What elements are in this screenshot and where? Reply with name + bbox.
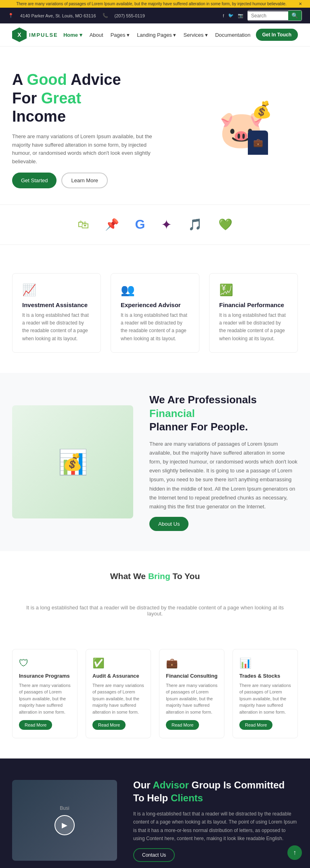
trades-title: Trades & Stocks [239,673,291,679]
insurance-read-more[interactable]: Read More [19,720,52,730]
facebook-icon[interactable]: f [223,13,224,18]
address-text: 4140 Parker Ave, St. Louis, MO 63116 [20,13,96,18]
brand-google: G [135,217,145,232]
audit-desc: There are many variations of passages of… [92,682,144,716]
hero-buttons: Get Started Learn More [12,173,165,188]
bring-card-insurance: 🛡 Insurance Programs There are many vari… [12,649,78,739]
twitter-icon[interactable]: 🐦 [228,13,234,18]
bring-card-audit: ✅ Audit & Assurance There are many varia… [86,649,151,739]
brand-pinterest: 📌 [105,218,119,231]
get-started-button[interactable]: Get Started [12,173,57,188]
advisor-desc: It is a long-established fact that a rea… [133,810,298,843]
nav-pages[interactable]: Pages ▾ [111,32,130,38]
trades-desc: There are many variations of passages of… [239,682,291,716]
nav-about[interactable]: About [90,32,103,38]
consulting-desc: There are many variations of passages of… [166,682,218,716]
bring-card-trades: 📊 Trades & Stocks There are many variati… [232,649,298,739]
service-card-performance: 💹 Financial Performance It is a long est… [209,273,298,353]
services-grid: 📈 Investment Assistance It is a long est… [12,273,298,353]
consulting-title: Financial Consulting [166,673,218,679]
audit-title: Audit & Assurance [92,673,144,679]
advisor-content: Our Advisor Group Is Committed To Help C… [133,779,298,862]
nav-landing-pages[interactable]: Landing Pages ▾ [137,32,176,38]
performance-title: Financial Performance [219,301,288,308]
advisor-title: Our Advisor Group Is Committed To Help C… [133,779,298,804]
brands-section: 🛍 📌 G ✦ 🎵 💚 [0,204,310,245]
location-icon: 📍 [8,13,14,18]
advisor-section: Busi ▶ Our Advisor Group Is Committed To… [0,758,310,868]
search-button[interactable]: 🔍 [288,11,302,21]
chart-illustration: 📊 💰 [12,405,133,518]
logo-text: IMPULSE [29,32,58,38]
trades-icon: 📊 [239,657,291,669]
play-button[interactable]: ▶ [54,815,75,835]
advisor-desc: It is a long established fact that a rea… [121,312,189,343]
notice-bar: There are many variations of passages of… [0,0,310,8]
nav-documentation[interactable]: Documentation [215,32,250,38]
advisor-image: Busi ▶ [12,780,117,861]
header-search[interactable]: 🔍 [247,10,302,21]
bring-card-consulting: 💼 Financial Consulting There are many va… [159,649,224,739]
top-bar-right: f 🐦 📷 🔍 [223,10,302,21]
professionals-desc: There are many variations of passages of… [149,440,298,511]
nav-home[interactable]: Home ▾ [63,32,82,38]
professionals-section: 📊 💰 We Are Professionals Financial Plann… [0,373,310,551]
insurance-icon: 🛡 [19,657,71,669]
bring-title: What We Bring To You [12,571,298,581]
scroll-top-button[interactable]: ↑ [287,845,302,860]
professionals-content: We Are Professionals Financial Planner F… [149,393,298,531]
brand-spotify: 🎵 [188,218,202,231]
investment-desc: It is a long established fact that a rea… [22,312,91,343]
main-nav: Home ▾ About Pages ▾ Landing Pages ▾ Ser… [63,32,250,38]
bring-section: What We Bring To You It is a long establ… [0,551,310,759]
bring-subtitle: It is a long established fact that a rea… [12,584,298,637]
close-icon[interactable]: ✕ [299,2,302,6]
hero-title: A Good Advice For Great Income [12,71,165,126]
advisor-icon: 👥 [121,283,189,297]
hero-content: A Good Advice For Great Income There are… [12,71,165,188]
about-us-button[interactable]: About Us [149,517,189,531]
brand-slack: ✦ [161,217,172,232]
hero-image: 🐷 💰 💼 [185,85,298,174]
instagram-icon[interactable]: 📷 [238,13,243,18]
audit-read-more[interactable]: Read More [92,720,126,730]
trades-read-more[interactable]: Read More [239,720,272,730]
brand-other: 💚 [218,218,232,231]
investment-icon: 📈 [22,283,91,297]
insurance-desc: There are many variations of passages of… [19,682,71,716]
service-card-advisor: 👥 Experienced Advisor It is a long estab… [111,273,199,353]
insurance-title: Insurance Programs [19,673,71,679]
advisor-video-thumb: Busi ▶ [12,780,117,861]
services-section: 📈 Investment Assistance It is a long est… [0,245,310,373]
phone-text: (207) 555-0119 [115,13,145,18]
phone-icon: 📞 [103,13,108,18]
top-bar: 📍 4140 Parker Ave, St. Louis, MO 63116 📞… [0,8,310,23]
consulting-icon: 💼 [166,657,218,669]
performance-icon: 💹 [219,283,288,297]
professionals-title: We Are Professionals Financial Planner F… [149,393,298,434]
logo-icon: X [12,27,27,42]
bring-grid: 🛡 Insurance Programs There are many vari… [12,649,298,739]
nav-services[interactable]: Services ▾ [183,32,207,38]
hero-section: A Good Advice For Great Income There are… [0,46,310,204]
top-bar-left: 📍 4140 Parker Ave, St. Louis, MO 63116 📞… [8,13,145,18]
service-card-investment: 📈 Investment Assistance It is a long est… [12,273,101,353]
contact-us-button[interactable]: Contact Us [133,848,175,862]
header: X IMPULSE Home ▾ About Pages ▾ Landing P… [0,23,310,46]
hero-illustration: 🐷 💰 💼 [219,108,264,151]
consulting-read-more[interactable]: Read More [166,720,199,730]
professionals-image: 📊 💰 [12,405,133,518]
learn-more-button[interactable]: Learn More [61,173,107,188]
logo: X IMPULSE [12,27,58,42]
brand-shopify: 🛍 [78,218,89,231]
search-input[interactable] [248,11,288,20]
advisor-title: Experienced Advisor [121,301,189,308]
get-in-touch-button[interactable]: Get In Touch [256,29,298,41]
investment-title: Investment Assistance [22,301,91,308]
hero-desc: There are many variations of Lorem Ipsum… [12,133,165,166]
audit-icon: ✅ [92,657,144,669]
performance-desc: It is a long established fact that a rea… [219,312,288,343]
notice-text: There are many variations of passages of… [16,2,287,6]
